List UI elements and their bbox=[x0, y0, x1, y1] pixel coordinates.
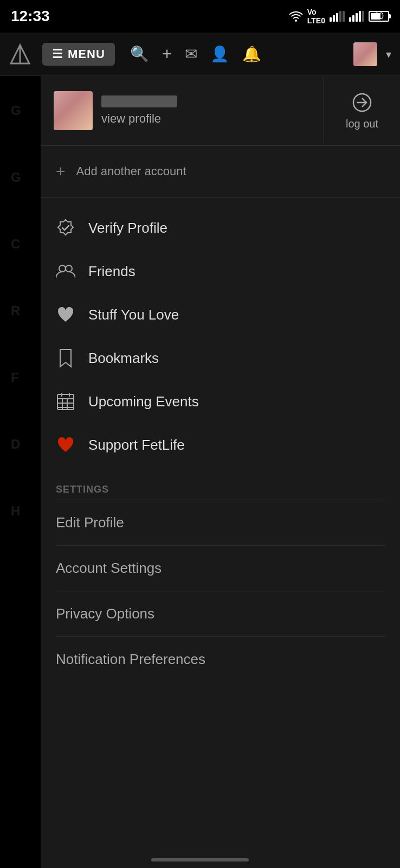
menu-item-upcoming-events[interactable]: Upcoming Events bbox=[41, 380, 400, 423]
profile-username bbox=[101, 95, 177, 107]
status-bar: 12:33 VoLTE0 60 bbox=[0, 0, 400, 33]
drawer-menu: view profile log out + Add another accou… bbox=[41, 76, 400, 868]
privacy-options-label: Privacy Options bbox=[56, 605, 154, 622]
drawer-bg-left bbox=[0, 76, 41, 868]
battery-level: 60 bbox=[374, 11, 384, 21]
edit-profile-label: Edit Profile bbox=[56, 514, 124, 531]
add-icon[interactable]: + bbox=[162, 44, 172, 64]
messages-icon[interactable]: ✉ bbox=[185, 45, 197, 63]
logout-icon bbox=[351, 92, 373, 113]
signal-bars-2 bbox=[349, 11, 364, 22]
status-time: 12:33 bbox=[11, 8, 50, 25]
settings-heading: SETTINGS bbox=[56, 484, 385, 495]
heart-icon bbox=[56, 305, 75, 324]
logout-label[interactable]: log out bbox=[346, 118, 378, 130]
signal-text: VoLTE0 bbox=[307, 8, 325, 25]
nav-icons: 🔍 + ✉ 👤 🔔 bbox=[130, 44, 262, 64]
menu-item-support-fetlife[interactable]: Support FetLife bbox=[41, 423, 400, 467]
svg-point-15 bbox=[66, 265, 72, 272]
hamburger-icon: ☰ bbox=[52, 47, 63, 61]
svg-rect-4 bbox=[343, 11, 345, 22]
profile-icon[interactable]: 👤 bbox=[210, 45, 229, 63]
calendar-icon bbox=[56, 392, 75, 411]
settings-section: SETTINGS Edit Profile Account Settings P… bbox=[41, 475, 400, 682]
signal-bars-1 bbox=[330, 11, 345, 22]
svg-rect-2 bbox=[336, 13, 338, 22]
account-settings-label: Account Settings bbox=[56, 560, 162, 576]
friends-label: Friends bbox=[88, 263, 136, 280]
status-icons: VoLTE0 60 bbox=[289, 8, 389, 25]
drawer-overlay: view profile log out + Add another accou… bbox=[0, 76, 400, 868]
search-icon[interactable]: 🔍 bbox=[130, 45, 149, 63]
menu-item-bookmarks[interactable]: Bookmarks bbox=[41, 336, 400, 380]
menu-item-stuff-you-love[interactable]: Stuff You Love bbox=[41, 293, 400, 336]
notifications-icon[interactable]: 🔔 bbox=[242, 45, 261, 63]
verify-profile-label: Verify Profile bbox=[88, 220, 167, 237]
profile-left[interactable]: view profile bbox=[41, 76, 324, 145]
svg-rect-9 bbox=[362, 11, 364, 22]
view-profile-link[interactable]: view profile bbox=[101, 112, 177, 126]
upcoming-events-label: Upcoming Events bbox=[88, 393, 199, 410]
menu-items: Verify Profile Friends bbox=[41, 197, 400, 475]
menu-item-friends[interactable]: Friends bbox=[41, 250, 400, 293]
nav-avatar[interactable] bbox=[353, 42, 377, 66]
notification-preferences-label: Notification Preferences bbox=[56, 651, 205, 667]
settings-item-edit-profile[interactable]: Edit Profile bbox=[56, 500, 385, 545]
profile-avatar bbox=[54, 91, 93, 130]
verify-icon bbox=[56, 218, 75, 238]
profile-section: view profile log out bbox=[41, 76, 400, 146]
support-fetlife-label: Support FetLife bbox=[88, 437, 185, 454]
svg-rect-7 bbox=[356, 13, 358, 22]
home-indicator bbox=[151, 858, 249, 861]
friends-icon bbox=[56, 261, 75, 281]
svg-point-14 bbox=[59, 265, 66, 272]
menu-item-verify-profile[interactable]: Verify Profile bbox=[41, 206, 400, 250]
logout-section[interactable]: log out bbox=[324, 76, 400, 145]
add-account-label: Add another account bbox=[76, 164, 186, 178]
svg-rect-6 bbox=[352, 15, 354, 22]
add-account-row[interactable]: + Add another account bbox=[41, 146, 400, 197]
avatar-chevron-icon: ▾ bbox=[386, 48, 391, 61]
bookmarks-label: Bookmarks bbox=[88, 350, 159, 367]
battery-icon: 60 bbox=[369, 11, 389, 22]
menu-label: MENU bbox=[68, 47, 105, 61]
svg-rect-3 bbox=[339, 11, 341, 22]
wifi-icon bbox=[289, 11, 303, 22]
svg-rect-0 bbox=[330, 17, 332, 22]
svg-rect-1 bbox=[333, 15, 335, 22]
settings-item-notification-preferences[interactable]: Notification Preferences bbox=[56, 636, 385, 682]
settings-item-account-settings[interactable]: Account Settings bbox=[56, 545, 385, 591]
red-heart-icon bbox=[56, 435, 75, 455]
settings-item-privacy-options[interactable]: Privacy Options bbox=[56, 591, 385, 636]
svg-rect-8 bbox=[359, 11, 361, 22]
add-account-icon: + bbox=[56, 162, 66, 181]
menu-button[interactable]: ☰ MENU bbox=[42, 43, 115, 66]
profile-info: view profile bbox=[101, 95, 177, 126]
stuff-you-love-label: Stuff You Love bbox=[88, 307, 179, 323]
svg-rect-5 bbox=[349, 17, 351, 22]
app-logo bbox=[9, 43, 31, 66]
bookmark-icon bbox=[56, 348, 75, 368]
nav-bar: ☰ MENU 🔍 + ✉ 👤 🔔 ▾ bbox=[0, 33, 400, 76]
